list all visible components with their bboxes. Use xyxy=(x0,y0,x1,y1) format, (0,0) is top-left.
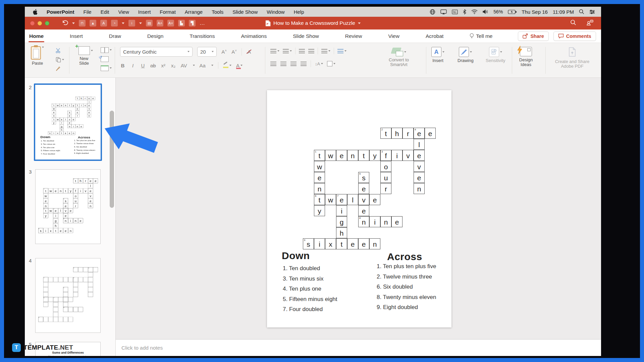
font-color-button[interactable]: A xyxy=(236,62,243,68)
presenter-coaching-icon[interactable] xyxy=(586,19,594,27)
notes-pane[interactable]: Click to add notes xyxy=(116,339,601,356)
increase-indent-button[interactable] xyxy=(308,48,314,54)
menu-item-format[interactable]: Format xyxy=(160,9,176,15)
painter-menu-chevron[interactable] xyxy=(139,22,142,25)
globe-icon[interactable] xyxy=(430,9,435,15)
menu-date[interactable]: Thu Sep 16 xyxy=(522,9,548,15)
copy-format-icon[interactable]: ▙ xyxy=(178,20,185,26)
search-icon[interactable] xyxy=(570,19,576,27)
main-slide[interactable]: 2thr4eel1twenty3fivewove5suenern6tw7elve… xyxy=(267,90,451,327)
document-title-area[interactable]: P How to Make a Crowssword Puzzle xyxy=(265,17,361,29)
tab-acrobat[interactable]: Acrobat xyxy=(425,31,444,42)
reset-layout-button[interactable]: ↺ xyxy=(101,56,109,62)
align-right-button[interactable] xyxy=(290,61,297,67)
shape-icon[interactable]: ◔ xyxy=(111,20,118,26)
menu-item-arrange[interactable]: Arrange xyxy=(185,9,203,15)
sensitivity-button[interactable]: Sensitivity xyxy=(486,47,505,63)
close-window-button[interactable] xyxy=(30,21,35,25)
undo-menu-chevron[interactable] xyxy=(72,22,75,25)
menu-item-insert[interactable]: Insert xyxy=(138,9,151,15)
slide-thumbnail-2[interactable]: 2thr4eel1twenty3fivewove5suenern6tw7elve… xyxy=(34,83,102,161)
insert-textbox-button[interactable]: A Insert xyxy=(431,47,444,63)
tab-home[interactable]: Home xyxy=(29,31,44,42)
section-button[interactable] xyxy=(101,65,112,71)
grow-font-button[interactable]: A˄ xyxy=(221,49,227,55)
comments-button[interactable]: Comments xyxy=(553,32,596,41)
tab-draw[interactable]: Draw xyxy=(108,31,122,42)
tab-insert[interactable]: Insert xyxy=(69,31,84,42)
decrease-indent-button[interactable] xyxy=(299,48,305,54)
underline-button[interactable]: U xyxy=(140,63,146,68)
bluetooth-icon[interactable] xyxy=(463,9,466,14)
line-spacing-button[interactable] xyxy=(337,48,346,54)
menu-item-edit[interactable]: Edit xyxy=(101,9,109,15)
menu-item-slide-show[interactable]: Slide Show xyxy=(232,9,258,15)
undo-icon[interactable] xyxy=(62,20,68,27)
volume-icon[interactable] xyxy=(483,9,488,14)
tab-animations[interactable]: Animations xyxy=(240,31,268,42)
text-direction-button[interactable]: ↕A xyxy=(315,61,323,67)
paste-button[interactable]: Paste xyxy=(31,46,44,66)
minimize-window-button[interactable] xyxy=(38,21,42,25)
paste-format-icon[interactable]: ▜ xyxy=(189,20,196,26)
drawing-button[interactable]: Drawing xyxy=(458,47,474,63)
align-center-button[interactable] xyxy=(280,61,286,67)
slide-thumbnail-4[interactable]: 2thr4eel1twenty3fivewove5suenern6tw7elve… xyxy=(35,258,101,333)
spotlight-search-icon[interactable] xyxy=(579,9,584,14)
title-menu-chevron[interactable] xyxy=(358,22,361,25)
tab-transitions[interactable]: Transitions xyxy=(189,31,215,42)
bullets-button[interactable] xyxy=(270,48,279,54)
superscript-button[interactable]: x² xyxy=(161,63,166,68)
subscript-button[interactable]: x₂ xyxy=(171,63,176,68)
wifi-icon[interactable] xyxy=(471,9,478,14)
slide-layout-icon[interactable]: ▤ xyxy=(146,20,153,26)
slide-thumbnail-3[interactable]: 2thr4eel1twenty3fivewove5suenern6tw7elve… xyxy=(35,169,101,244)
screen-mirroring-icon[interactable] xyxy=(440,9,447,14)
menu-item-help[interactable]: Help xyxy=(294,9,304,15)
font-size-select[interactable]: 20 xyxy=(197,47,217,57)
tab-review[interactable]: Review xyxy=(344,31,363,42)
new-slide-button[interactable]: + New Slide xyxy=(75,46,93,66)
table-icon[interactable]: ⊓ xyxy=(79,20,86,26)
control-center-icon[interactable] xyxy=(589,10,595,14)
layout-button[interactable] xyxy=(101,47,112,53)
tab-tell-me[interactable]: Tell me xyxy=(469,31,493,42)
more-commands-icon[interactable]: … xyxy=(200,20,205,26)
thumbnail-scrollbar[interactable] xyxy=(110,111,114,208)
font-name-select[interactable]: Century Gothic xyxy=(120,47,193,57)
convert-smartart-button[interactable]: Convert to SmartArt xyxy=(384,48,413,67)
menu-item-view[interactable]: View xyxy=(118,9,129,15)
bold-button[interactable]: B xyxy=(120,63,125,68)
menu-time[interactable]: 11:09 PM xyxy=(553,9,574,15)
adobe-pdf-button[interactable]: Create and Share Adobe PDF xyxy=(552,47,592,69)
format-painter-button[interactable] xyxy=(56,66,61,72)
italic-button[interactable]: I xyxy=(130,63,136,68)
multilevel-list-button[interactable] xyxy=(321,48,330,54)
textbox-icon[interactable]: A xyxy=(100,20,107,26)
shrink-font-button[interactable]: A˅ xyxy=(231,49,237,55)
design-ideas-button[interactable]: Design Ideas xyxy=(517,47,535,67)
justify-button[interactable] xyxy=(301,61,307,67)
font-shrink-icon[interactable]: A˅ xyxy=(167,20,174,26)
numbering-button[interactable] xyxy=(283,48,292,54)
format-painter-icon[interactable]: ⟊ xyxy=(128,20,135,26)
cut-button[interactable] xyxy=(56,48,61,54)
menu-item-window[interactable]: Window xyxy=(267,9,284,15)
share-button[interactable]: Share xyxy=(518,32,548,41)
strikethrough-button[interactable]: ab xyxy=(150,63,156,68)
picture-icon[interactable]: ▲ xyxy=(90,20,96,26)
align-left-button[interactable] xyxy=(270,61,276,67)
align-text-button[interactable] xyxy=(327,61,335,67)
apple-logo-icon[interactable] xyxy=(33,9,38,15)
copy-button[interactable] xyxy=(56,57,64,63)
tab-view[interactable]: View xyxy=(388,31,400,42)
menu-item-powerpoint[interactable]: PowerPoint xyxy=(47,9,74,15)
text-highlight-button[interactable] xyxy=(223,62,231,68)
shape-menu-chevron[interactable] xyxy=(122,22,124,25)
menu-item-tools[interactable]: Tools xyxy=(212,9,223,15)
change-case-button[interactable]: Aa xyxy=(200,63,206,68)
clear-formatting-button[interactable]: A xyxy=(247,49,252,55)
menu-item-file[interactable]: File xyxy=(84,9,92,15)
zoom-window-button[interactable] xyxy=(45,21,49,25)
tab-design[interactable]: Design xyxy=(147,31,164,42)
